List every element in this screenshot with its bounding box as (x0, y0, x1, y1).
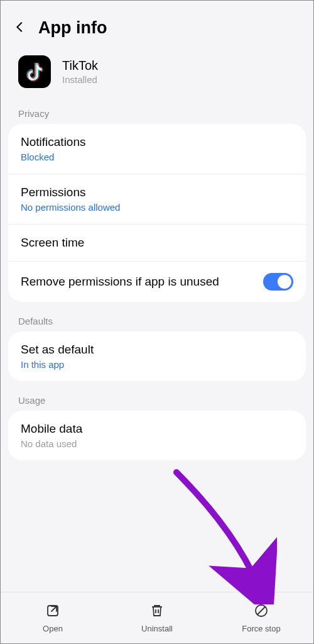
row-title: Mobile data (21, 422, 293, 436)
defaults-card: Set as default In this app (8, 331, 306, 381)
set-default-row[interactable]: Set as default In this app (8, 331, 306, 381)
notifications-row[interactable]: Notifications Blocked (8, 124, 306, 174)
row-sub: No data used (21, 438, 293, 449)
section-label-privacy: Privacy (1, 102, 313, 124)
remove-permissions-toggle[interactable] (263, 273, 293, 291)
remove-permissions-row[interactable]: Remove permissions if app is unused (8, 261, 306, 302)
row-sub: No permissions allowed (21, 202, 293, 213)
open-icon (45, 603, 60, 620)
force-stop-label: Force stop (242, 624, 280, 633)
back-icon[interactable] (13, 20, 27, 36)
permissions-row[interactable]: Permissions No permissions allowed (8, 174, 306, 224)
screen-time-row[interactable]: Screen time (8, 224, 306, 261)
row-sub: In this app (21, 359, 293, 370)
section-label-usage: Usage (1, 381, 313, 411)
usage-card: Mobile data No data used (8, 411, 306, 460)
row-sub: Blocked (21, 152, 293, 162)
uninstall-button[interactable]: Uninstall (105, 592, 209, 643)
mobile-data-row[interactable]: Mobile data No data used (8, 411, 306, 460)
row-title: Set as default (21, 343, 293, 357)
app-name: TikTok (62, 58, 98, 73)
privacy-card: Notifications Blocked Permissions No per… (8, 124, 306, 302)
row-title: Notifications (21, 135, 293, 149)
app-status: Installed (62, 74, 98, 85)
open-label: Open (43, 624, 63, 633)
row-title: Permissions (21, 186, 293, 199)
stop-icon (254, 603, 269, 620)
row-title: Remove permissions if app is unused (21, 274, 254, 290)
annotation-arrow (164, 466, 277, 604)
page-title: App info (38, 18, 107, 38)
force-stop-button[interactable]: Force stop (209, 592, 313, 643)
svg-line-1 (51, 606, 57, 611)
bottom-bar: Open Uninstall Force stop (1, 592, 313, 643)
app-summary: TikTok Installed (1, 49, 313, 102)
uninstall-label: Uninstall (141, 624, 173, 633)
svg-line-5 (257, 607, 265, 614)
section-label-defaults: Defaults (1, 302, 313, 331)
trash-icon (149, 603, 165, 620)
open-button[interactable]: Open (1, 592, 105, 643)
header: App info (1, 1, 313, 49)
row-title: Screen time (21, 236, 293, 250)
tiktok-icon (18, 55, 51, 88)
